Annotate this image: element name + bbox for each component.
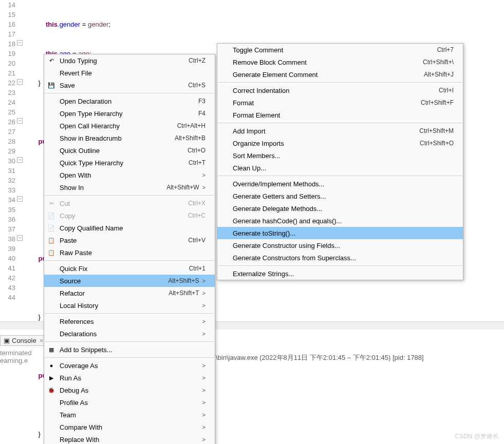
menu-shortcut: Ctrl+T bbox=[189, 159, 206, 166]
menu-shortcut: Alt+Shift+B bbox=[175, 134, 206, 142]
chevron-right-icon: > bbox=[202, 184, 206, 190]
menu-item-remove-block-comment[interactable]: Remove Block CommentCtrl+Shift+\ bbox=[217, 56, 463, 68]
menu-item-add-import[interactable]: Add ImportCtrl+Shift+M bbox=[217, 125, 463, 137]
fold-icon[interactable]: − bbox=[17, 40, 23, 46]
menu-separator bbox=[45, 260, 214, 261]
menu-item-generate-getters-and-setters[interactable]: Generate Getters and Setters... bbox=[217, 190, 463, 202]
line-number: 22− bbox=[0, 78, 15, 88]
menu-item-profile-as[interactable]: Profile As> bbox=[44, 396, 215, 409]
menu-item-sort-members[interactable]: Sort Members... bbox=[217, 149, 463, 162]
fold-icon[interactable]: − bbox=[17, 196, 23, 202]
menu-item-copy-qualified-name[interactable]: 📄Copy Qualified Name bbox=[44, 222, 215, 234]
menu-shortcut: Ctrl+7 bbox=[437, 46, 454, 53]
menu-shortcut: Ctrl+V bbox=[188, 237, 206, 244]
menu-item-label: Copy bbox=[60, 212, 188, 220]
menu-item-generate-constructors-from-superclass[interactable]: Generate Constructors from Superclass... bbox=[217, 252, 463, 264]
menu-item-compare-with[interactable]: Compare With> bbox=[44, 421, 215, 433]
menu-item-source[interactable]: SourceAlt+Shift+S> bbox=[44, 275, 215, 287]
menu-item-quick-type-hierarchy[interactable]: Quick Type HierarchyCtrl+T bbox=[44, 157, 215, 169]
menu-item-coverage-as[interactable]: ●Coverage As> bbox=[44, 359, 215, 372]
menu-item-references[interactable]: References> bbox=[44, 315, 215, 327]
menu-item-organize-imports[interactable]: Organize ImportsCtrl+Shift+O bbox=[217, 137, 463, 149]
line-number: 15 bbox=[0, 10, 15, 20]
fold-icon[interactable]: − bbox=[17, 79, 23, 85]
menu-separator bbox=[45, 341, 214, 342]
menu-item-generate-tostring[interactable]: Generate toString()... bbox=[217, 227, 463, 239]
menu-item-label: Add Import bbox=[233, 127, 419, 135]
menu-item-quick-fix[interactable]: Quick FixCtrl+1 bbox=[44, 262, 215, 275]
source-submenu[interactable]: Toggle CommentCtrl+7Remove Block Comment… bbox=[217, 43, 463, 280]
menu-item-open-declaration[interactable]: Open DeclarationF3 bbox=[44, 95, 215, 107]
chevron-right-icon: > bbox=[202, 318, 206, 324]
menu-item-externalize-strings[interactable]: Externalize Strings... bbox=[217, 267, 463, 280]
menu-item-label: Generate Constructors from Superclass... bbox=[233, 254, 454, 262]
menu-item-open-with[interactable]: Open With> bbox=[44, 169, 215, 181]
chevron-right-icon: > bbox=[202, 375, 206, 381]
menu-item-override-implement-methods[interactable]: Override/Implement Methods... bbox=[217, 178, 463, 190]
line-number: 14 bbox=[0, 0, 15, 10]
menu-item-run-as[interactable]: ▶Run As> bbox=[44, 372, 215, 384]
context-menu[interactable]: ↶Undo TypingCtrl+ZRevert File💾SaveCtrl+S… bbox=[44, 54, 215, 444]
menu-item-declarations[interactable]: Declarations> bbox=[44, 327, 215, 340]
menu-shortcut: Ctrl+Z bbox=[189, 57, 206, 64]
menu-item-generate-delegate-methods[interactable]: Generate Delegate Methods... bbox=[217, 202, 463, 215]
menu-item-format-element[interactable]: Format Element bbox=[217, 109, 463, 121]
menu-item-undo-typing[interactable]: ↶Undo TypingCtrl+Z bbox=[44, 54, 215, 67]
fold-icon[interactable]: − bbox=[17, 235, 23, 241]
menu-item-label: Clean Up... bbox=[233, 164, 454, 172]
line-number: 43 bbox=[0, 283, 15, 293]
menu-item-generate-constructor-using-fields[interactable]: Generate Constructor using Fields... bbox=[217, 239, 463, 252]
menu-item-toggle-comment[interactable]: Toggle CommentCtrl+7 bbox=[217, 44, 463, 56]
menu-item-save[interactable]: 💾SaveCtrl+S bbox=[44, 79, 215, 91]
chevron-right-icon: > bbox=[202, 290, 206, 296]
menu-item-label: Show In bbox=[60, 184, 166, 191]
menu-item-raw-paste[interactable]: 📋Raw Paste bbox=[44, 246, 215, 259]
menu-separator bbox=[218, 123, 462, 123]
menu-shortcut: Ctrl+Shift+\ bbox=[423, 59, 454, 66]
menu-item-quick-outline[interactable]: Quick OutlineCtrl+O bbox=[44, 144, 215, 157]
coverage-icon: ● bbox=[47, 361, 55, 370]
menu-item-open-call-hierarchy[interactable]: Open Call HierarchyCtrl+Alt+H bbox=[44, 120, 215, 132]
menu-item-label: Paste bbox=[60, 237, 188, 244]
menu-item-add-to-snippets[interactable]: ▦Add to Snippets... bbox=[44, 343, 215, 356]
menu-item-label: Refactor bbox=[60, 289, 169, 297]
menu-item-format[interactable]: FormatCtrl+Shift+F bbox=[217, 96, 463, 109]
copy-qn-icon: 📄 bbox=[47, 224, 55, 232]
watermark: CSDN @梦难长 bbox=[455, 432, 499, 441]
menu-item-label: Team bbox=[60, 411, 199, 419]
chevron-right-icon: > bbox=[202, 302, 206, 308]
menu-item-team[interactable]: Team> bbox=[44, 409, 215, 421]
menu-item-refactor[interactable]: RefactorAlt+Shift+T> bbox=[44, 287, 215, 299]
menu-item-generate-element-comment[interactable]: Generate Element CommentAlt+Shift+J bbox=[217, 68, 463, 81]
line-number: 21 bbox=[0, 68, 15, 78]
menu-shortcut: Ctrl+Shift+F bbox=[421, 99, 454, 106]
close-icon[interactable]: × bbox=[40, 337, 44, 344]
menu-item-show-in[interactable]: Show InAlt+Shift+W> bbox=[44, 181, 215, 194]
menu-shortcut: Ctrl+O bbox=[188, 147, 206, 154]
menu-item-generate-hashcode-and-equals[interactable]: Generate hashCode() and equals()... bbox=[217, 215, 463, 227]
fold-icon[interactable]: − bbox=[17, 157, 23, 163]
menu-item-label: Quick Outline bbox=[60, 147, 188, 155]
line-number: 38− bbox=[0, 234, 15, 244]
fold-icon[interactable]: − bbox=[17, 118, 23, 124]
menu-item-paste[interactable]: 📋PasteCtrl+V bbox=[44, 234, 215, 246]
line-number: 16 bbox=[0, 20, 15, 29]
menu-item-clean-up[interactable]: Clean Up... bbox=[217, 162, 463, 174]
menu-item-replace-with[interactable]: Replace With> bbox=[44, 433, 215, 444]
menu-item-label: Run As bbox=[60, 374, 199, 382]
menu-item-label: Remove Block Comment bbox=[233, 59, 423, 66]
menu-item-label: Quick Fix bbox=[60, 265, 189, 273]
menu-item-correct-indentation[interactable]: Correct IndentationCtrl+I bbox=[217, 84, 463, 96]
menu-item-local-history[interactable]: Local History> bbox=[44, 299, 215, 312]
menu-item-open-type-hierarchy[interactable]: Open Type HierarchyF4 bbox=[44, 107, 215, 120]
menu-item-label: Raw Paste bbox=[60, 249, 206, 257]
menu-item-label: Sort Members... bbox=[233, 152, 454, 160]
chevron-right-icon: > bbox=[202, 399, 206, 406]
line-number: 34− bbox=[0, 195, 15, 205]
menu-item-revert-file[interactable]: Revert File bbox=[44, 67, 215, 79]
line-number: 35 bbox=[0, 205, 15, 215]
console-tab[interactable]: ▣ Console × bbox=[0, 335, 47, 346]
menu-item-debug-as[interactable]: 🐞Debug As> bbox=[44, 384, 215, 396]
chevron-right-icon: > bbox=[202, 362, 206, 369]
menu-item-show-in-breadcrumb[interactable]: Show in BreadcrumbAlt+Shift+B bbox=[44, 132, 215, 144]
